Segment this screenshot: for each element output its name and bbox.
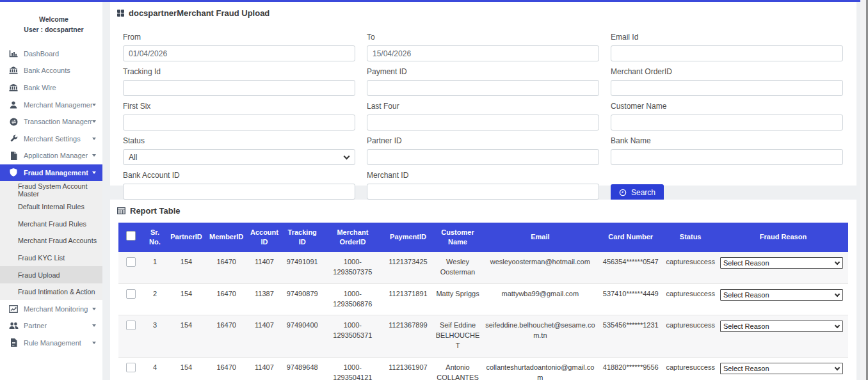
col-sr-no: Sr. No. [143,223,166,252]
sidebar-item-fraud-upload[interactable]: Fraud Upload [0,266,102,283]
row-checkbox[interactable] [126,321,136,330]
sidebar-item-dashboard[interactable]: DashBoard [0,45,102,63]
sidebar-item-rule-management[interactable]: Rule Management [0,335,102,352]
field-tracking-id: Tracking Id [123,67,355,96]
cell-payment-id: 1121367899 [383,315,434,358]
cell-status: capturesuccess [663,315,718,358]
cell-customer-name: Wesley Oosterman [433,252,481,283]
col-partner-id: PartnerID [166,223,206,252]
fraud-reason-select[interactable]: Select Reason [720,363,843,374]
search-button[interactable]: Search [611,184,664,201]
payment-id-label: Payment ID [367,67,599,76]
submenu-label: Merchant Fraud Rules [18,220,86,228]
col-fraud-reason: Fraud Reason [718,223,848,252]
bank-name-input[interactable] [611,149,843,165]
cell-sr-no: 2 [143,283,166,315]
cell-card-number: 418820******9556 [599,358,663,380]
sidebar-item-transaction-management[interactable]: Transaction Management [0,113,102,131]
cell-account-id: 11407 [247,358,282,380]
search-button-label: Search [631,188,655,197]
line-chart-icon [8,305,19,313]
sidebar-item-fraud-system-account-master[interactable]: Fraud System Account Master [0,181,102,198]
row-checkbox[interactable] [126,363,136,372]
sidebar-item-merchant-settings[interactable]: Merchant Settings [0,131,102,148]
fraud-reason-select-wrap: Select Reason [720,257,843,269]
sidebar-item-bank-accounts[interactable]: Bank Accounts [0,62,102,79]
col-email: Email [482,223,599,252]
email-id-input[interactable] [611,45,843,61]
sidebar-item-label: Rule Management [24,339,81,347]
sidebar-item-label: Application Manager [24,152,88,159]
fraud-reason-select-wrap: Select Reason [720,289,843,301]
merchant-id-input[interactable] [367,184,599,200]
sidebar-item-label: Fraud Management [24,169,88,177]
fraud-reason-select[interactable]: Select Reason [720,321,843,332]
report-table-card: Report Table Sr. No. PartnerID MemberID … [110,200,856,380]
transfer-icon [8,118,19,126]
cell-payment-id: 1121371891 [383,283,434,315]
cell-member-id: 16470 [206,252,247,283]
sidebar-item-default-internal-rules[interactable]: Default Internal Rules [0,198,102,216]
sidebar-item-fraud-intimation-action[interactable]: Fraud Intimation & Action [0,283,102,301]
partner-id-input[interactable] [367,149,599,165]
merchant-orderid-input[interactable] [611,80,843,96]
first-six-input[interactable] [123,115,355,131]
sidebar-item-fraud-management[interactable]: Fraud Management [0,164,102,182]
chevron-down-icon [92,342,96,344]
field-first-six: First Six [123,102,355,131]
th-large-icon [117,10,124,17]
sidebar-item-label: Bank Accounts [24,67,70,74]
submenu-label: Fraud Intimation & Action [18,288,95,296]
cell-email: wesleyoosterman@hotmail.com [482,252,599,283]
col-tracking-id: Tracking ID [282,223,323,252]
cell-card-number: 537410******4449 [599,283,663,315]
cell-card-number: 456354******0547 [599,252,663,283]
fraud-reason-select[interactable]: Select Reason [720,257,843,269]
cell-payment-id: 1121361907 [383,358,434,380]
col-customer-name: Customer Name [433,223,481,252]
sidebar-item-merchant-fraud-accounts[interactable]: Merchant Fraud Accounts [0,232,102,249]
select-all-checkbox[interactable] [126,231,136,241]
cell-merchant-orderid: 1000-1293504121 [323,358,382,380]
report-table-title: Report Table [130,206,181,216]
sidebar-item-partner[interactable]: Partner [0,317,102,335]
report-title-row: Report Table [110,200,856,216]
chevron-down-icon [92,104,96,106]
merchant-id-label: Merchant ID [367,171,599,180]
table-row: 1 154 16470 11407 97491091 1000-12935073… [118,252,848,283]
merchant-orderid-label: Merchant OrderID [611,67,843,76]
from-input[interactable] [123,45,355,61]
sidebar-item-fraud-kyc-list[interactable]: Fraud KYC List [0,249,102,267]
table-row: 4 154 16470 11407 97489648 1000-12935041… [118,358,848,380]
shield-icon [8,168,19,177]
fraud-reason-select-wrap: Select Reason [720,363,843,374]
fraud-reason-select[interactable]: Select Reason [720,289,843,301]
sidebar-item-merchant-monitoring[interactable]: Merchant Monitoring [0,300,102,317]
payment-id-input[interactable] [367,80,599,96]
wrench-icon [8,134,19,143]
field-bank-account-id: Bank Account ID [123,171,355,201]
sidebar-item-application-manager[interactable]: Application Manager [0,147,102,164]
customer-name-input[interactable] [611,115,843,131]
field-bank-name: Bank Name [611,136,843,165]
tracking-id-input[interactable] [123,80,355,96]
cell-status: capturesuccess [663,358,718,380]
row-checkbox[interactable] [126,257,136,267]
bank-name-label: Bank Name [611,136,843,145]
vertical-scrollbar[interactable] [860,0,868,380]
sidebar-item-merchant-fraud-rules[interactable]: Merchant Fraud Rules [0,215,102,232]
sidebar-item-merchant-management[interactable]: Merchant Management [0,96,102,113]
cell-sr-no: 4 [143,358,166,380]
chevron-down-icon [92,324,96,327]
row-checkbox[interactable] [126,289,136,299]
bank-icon [8,84,19,91]
page-title-row: docspartnerMerchant Fraud Upload [110,2,856,18]
bank-account-id-input[interactable] [123,184,355,200]
status-select[interactable]: All [123,149,355,165]
to-input[interactable] [367,45,599,61]
sidebar-item-bank-wire[interactable]: Bank Wire [0,79,102,97]
last-four-input[interactable] [367,115,599,131]
customer-name-label: Customer Name [611,102,843,111]
table-row: 2 154 16470 11387 97490879 1000-12935068… [118,283,848,315]
table-icon [117,207,125,214]
